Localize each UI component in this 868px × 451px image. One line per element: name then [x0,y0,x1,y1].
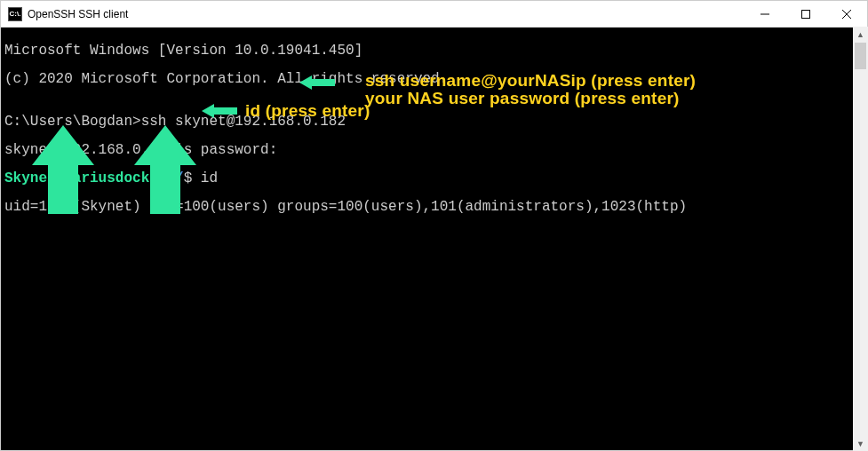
prompt-prefix: C:\Users\Bogdan> [4,114,141,130]
maximize-button[interactable] [785,1,826,27]
annotation-text: your NAS user password (press enter) [365,90,680,107]
minimize-button[interactable] [745,1,785,27]
annotation-text: id (press enter) [245,102,370,119]
command-text: id [201,170,218,186]
terminal-line: skynet@192.168.0.182's password: [4,143,864,157]
terminal-line: C:\Users\Bogdan>ssh skynet@192.168.0.182 [4,115,864,129]
titlebar[interactable]: C:\. OpenSSH SSH client [1,1,867,28]
terminal-line: uid=1026(Skynet) gid=100(users) groups=1… [4,200,864,214]
window-title: OpenSSH SSH client [28,8,745,20]
scroll-up-icon[interactable]: ▲ [853,27,868,42]
terminal-line: Microsoft Windows [Version 10.0.19041.45… [4,44,864,58]
scrollbar[interactable]: ▲ ▼ [853,27,868,451]
prompt-colon: : [166,170,175,186]
window-frame: C:\. OpenSSH SSH client Microsoft Window… [0,0,868,451]
svg-rect-1 [802,10,810,18]
prompt-dollar: $ [184,170,201,186]
close-button[interactable] [826,1,867,27]
annotation-text: ssh username@yourNASip (press enter) [365,72,696,89]
scroll-down-icon[interactable]: ▼ [853,436,868,451]
scrollbar-thumb[interactable] [855,43,866,69]
window-controls [745,1,867,27]
prompt-user-host: Skynet@Mariusdocker [4,170,166,186]
terminal[interactable]: Microsoft Windows [Version 10.0.19041.45… [1,28,867,450]
prompt-path: / [175,170,184,186]
terminal-line: Skynet@Mariusdocker:/$ id [4,171,864,186]
app-icon: C:\. [8,7,22,21]
